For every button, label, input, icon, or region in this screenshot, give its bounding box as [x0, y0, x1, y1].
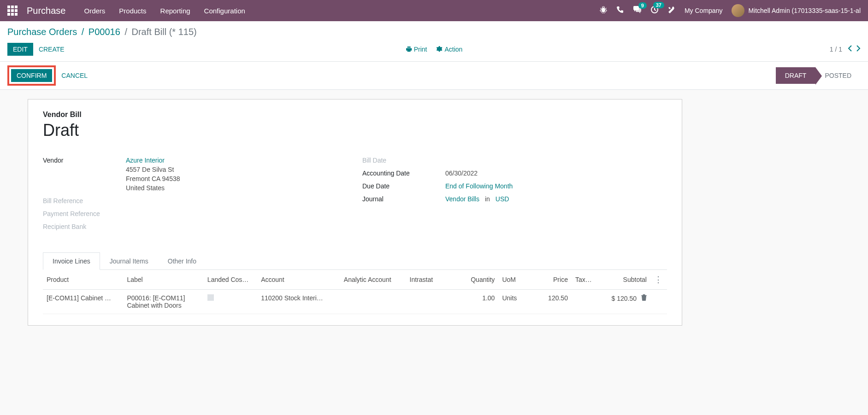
navbar-right: 9 37 My Company Mitchell Admin (17013335…: [600, 4, 861, 17]
menu-reporting[interactable]: Reporting: [160, 7, 190, 15]
app-brand[interactable]: Purchase: [27, 6, 66, 16]
control-panel: Purchase Orders / P00016 / Draft Bill (*…: [0, 21, 868, 62]
tabs: Invoice Lines Journal Items Other Info: [43, 252, 667, 270]
recipient-bank-label: Recipient Bank: [43, 223, 126, 230]
trash-icon[interactable]: [641, 295, 647, 302]
main-menu: Orders Products Reporting Configuration: [84, 7, 245, 15]
cell-subtotal: $ 120.50: [597, 290, 650, 314]
status-bar: CONFIRM CANCEL DRAFT POSTED: [0, 62, 868, 90]
vendor-addr3: United States: [126, 184, 348, 192]
avatar: [732, 4, 744, 17]
print-icon: [406, 46, 412, 53]
cell-intrastat: [406, 290, 455, 314]
th-analytic: Analytic Account: [340, 270, 406, 290]
chevron-left-icon: [848, 45, 852, 52]
th-label: Label: [123, 270, 203, 290]
confirm-button[interactable]: CONFIRM: [11, 69, 52, 82]
bug-icon[interactable]: [600, 6, 607, 15]
form-right-col: Bill Date Accounting Date 06/30/2022 Due…: [362, 157, 667, 236]
th-landed: Landed Cos…: [204, 270, 257, 290]
pager-next[interactable]: [856, 45, 861, 54]
recipient-bank-value: [126, 223, 348, 230]
company-selector[interactable]: My Company: [685, 7, 722, 14]
bill-date-label: Bill Date: [362, 157, 445, 164]
confirm-highlight: CONFIRM: [7, 65, 56, 86]
vendor-addr1: 4557 De Silva St: [126, 166, 348, 173]
vendor-label: Vendor: [43, 157, 126, 192]
bill-ref-label: Bill Reference: [43, 197, 126, 205]
th-uom: UoM: [498, 270, 532, 290]
due-date-label: Due Date: [362, 182, 445, 190]
payment-ref-label: Payment Reference: [43, 210, 126, 217]
th-account: Account: [257, 270, 340, 290]
cell-quantity: 1.00: [455, 290, 498, 314]
menu-products[interactable]: Products: [119, 7, 146, 15]
cell-label: P00016: [E-COM11] Cabinet with Doors: [123, 290, 203, 314]
invoice-lines-table: Product Label Landed Cos… Account Analyt…: [43, 270, 667, 314]
cell-price: 120.50: [532, 290, 572, 314]
edit-button[interactable]: EDIT: [7, 43, 33, 56]
apps-icon[interactable]: [7, 6, 18, 16]
status-posted[interactable]: POSTED: [815, 67, 861, 84]
chevron-right-icon: [856, 45, 861, 52]
kebab-icon[interactable]: ⋮: [654, 275, 662, 284]
accounting-date-label: Accounting Date: [362, 170, 445, 177]
cell-tax: [572, 290, 597, 314]
th-intrastat: Intrastat: [406, 270, 455, 290]
bill-ref-value: [126, 197, 348, 205]
svg-point-0: [602, 8, 605, 12]
payment-ref-value: [126, 210, 348, 217]
form-left-col: Vendor Azure Interior 4557 De Silva St F…: [43, 157, 348, 236]
landed-checkbox[interactable]: [207, 294, 214, 301]
menu-orders[interactable]: Orders: [84, 7, 106, 15]
phone-icon[interactable]: [616, 6, 624, 15]
cell-uom: Units: [498, 290, 532, 314]
menu-configuration[interactable]: Configuration: [204, 7, 245, 15]
journal-currency-link[interactable]: USD: [496, 195, 509, 203]
th-product: Product: [43, 270, 123, 290]
top-navbar: Purchase Orders Products Reporting Confi…: [0, 0, 868, 21]
activity-badge: 37: [653, 2, 664, 8]
tab-journal-items[interactable]: Journal Items: [100, 252, 158, 270]
cell-landed: [204, 290, 257, 314]
status-draft[interactable]: DRAFT: [776, 67, 816, 84]
tab-other-info[interactable]: Other Info: [158, 252, 206, 270]
journal-label: Journal: [362, 195, 445, 203]
form-sheet: Vendor Bill Draft Vendor Azure Interior …: [28, 99, 682, 326]
cell-product: [E-COM11] Cabinet …: [47, 294, 119, 302]
chat-badge: 9: [638, 2, 647, 9]
cell-account: 110200 Stock Interi…: [261, 294, 335, 302]
chat-icon[interactable]: 9: [633, 6, 641, 15]
pager-prev[interactable]: [848, 45, 852, 54]
action-button[interactable]: Action: [436, 46, 462, 53]
journal-link[interactable]: Vendor Bills: [445, 195, 479, 203]
th-quantity: Quantity: [455, 270, 498, 290]
activity-icon[interactable]: 37: [650, 6, 659, 16]
cancel-button[interactable]: CANCEL: [56, 69, 93, 82]
user-menu[interactable]: Mitchell Admin (17013335-saas-15-1-al: [732, 4, 861, 17]
gear-icon: [436, 46, 443, 53]
page-title: Draft: [43, 121, 667, 140]
cell-analytic: [340, 290, 406, 314]
th-subtotal: Subtotal: [597, 270, 650, 290]
user-name: Mitchell Admin (17013335-saas-15-1-al: [748, 7, 861, 14]
due-date-link[interactable]: End of Following Month: [445, 182, 513, 190]
breadcrumb: Purchase Orders / P00016 / Draft Bill (*…: [7, 27, 861, 37]
th-tax: Tax…: [572, 270, 597, 290]
vendor-addr2: Fremont CA 94538: [126, 175, 348, 182]
breadcrumb-current: Draft Bill (* 115): [132, 27, 197, 37]
pager-text: 1 / 1: [830, 46, 842, 53]
vendor-link[interactable]: Azure Interior: [126, 157, 165, 164]
breadcrumb-parent1[interactable]: Purchase Orders: [7, 27, 77, 37]
accounting-date-value: 06/30/2022: [445, 170, 667, 177]
tools-icon[interactable]: [668, 6, 675, 15]
th-price: Price: [532, 270, 572, 290]
tab-invoice-lines[interactable]: Invoice Lines: [43, 252, 100, 270]
journal-in: in: [485, 195, 490, 203]
form-subtitle: Vendor Bill: [43, 111, 667, 119]
print-button[interactable]: Print: [406, 46, 427, 53]
table-row[interactable]: [E-COM11] Cabinet … P00016: [E-COM11] Ca…: [43, 290, 667, 314]
create-button[interactable]: CREATE: [33, 43, 70, 56]
status-steps: DRAFT POSTED: [776, 67, 861, 84]
breadcrumb-parent2[interactable]: P00016: [89, 27, 120, 37]
